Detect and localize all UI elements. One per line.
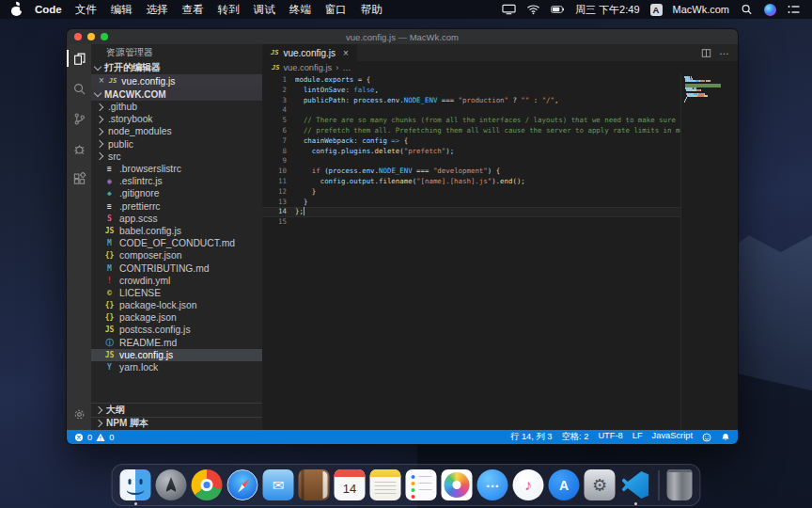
dock-messages[interactable]: … — [477, 469, 508, 500]
code-line-6[interactable]: 6 // prefetch them all. Prefetching them… — [262, 126, 738, 136]
sidebar-section-NPM 脚本[interactable]: NPM 脚本 — [91, 417, 262, 431]
dock-reminders[interactable] — [406, 469, 437, 500]
dock-vscode[interactable] — [620, 469, 651, 500]
dock-contacts[interactable] — [299, 469, 330, 500]
file-row-README.md[interactable]: ⓘREADME.md — [91, 337, 262, 349]
code-line-7[interactable]: 7 chainWebpack: config => { — [262, 136, 738, 147]
file-row-LICENSE[interactable]: ©LICENSE — [91, 287, 262, 299]
code-line-9[interactable]: 9 — [262, 156, 738, 167]
menubar-menu-查看[interactable]: 查看 — [182, 3, 204, 17]
tab-vue-config-js[interactable]: JS vue.config.js × — [262, 44, 357, 61]
menubar-menu-调试[interactable]: 调试 — [254, 3, 275, 17]
siri-icon[interactable] — [764, 4, 776, 16]
dock-appstore[interactable]: A — [549, 469, 580, 500]
code-editor[interactable]: 1module.exports = {2 lintOnSave: false,3… — [262, 73, 738, 430]
settings-gear-icon[interactable] — [67, 405, 91, 422]
notification-center-icon[interactable] — [787, 4, 801, 15]
close-tab-icon[interactable]: × — [343, 48, 349, 58]
breadcrumb[interactable]: JS vue.config.js › … — [262, 61, 738, 73]
code-line-12[interactable]: 12 } — [262, 187, 738, 198]
explorer-icon[interactable] — [67, 50, 91, 67]
folder-row-node_modules[interactable]: node_modules — [91, 125, 262, 137]
input-method-icon[interactable]: A — [650, 4, 663, 16]
code-line-14[interactable]: 14}; — [262, 207, 738, 217]
wifi-icon[interactable] — [526, 4, 540, 15]
file-row-postcss.config.js[interactable]: JSpostcss.config.js — [91, 324, 262, 336]
feedback-smiley-icon[interactable] — [702, 433, 711, 442]
search-icon[interactable] — [67, 80, 91, 97]
file-row-babel.config.js[interactable]: JSbabel.config.js — [91, 225, 262, 237]
dock-trash[interactable] — [667, 469, 693, 500]
display-icon[interactable] — [502, 4, 516, 15]
open-editors-header[interactable]: 打开的编辑器 — [91, 61, 262, 74]
file-row-composer.json[interactable]: {}composer.json — [91, 249, 262, 262]
menubar-menu-帮助[interactable]: 帮助 — [361, 3, 383, 17]
code-line-10[interactable]: 10 if (process.env.NODE_ENV === "develop… — [262, 167, 738, 177]
file-row-CODE_OF_CONDUCT.md[interactable]: MCODE_OF_CONDUCT.md — [91, 237, 262, 249]
menubar-menu-选择[interactable]: 选择 — [147, 3, 168, 17]
file-row-app.scss[interactable]: Sapp.scss — [91, 213, 262, 225]
file-row-.gitignore[interactable]: ◆.gitignore — [91, 187, 262, 199]
code-line-13[interactable]: 13 } — [262, 198, 738, 208]
close-icon[interactable]: × — [99, 76, 104, 86]
code-line-15[interactable]: 15 — [262, 217, 738, 228]
file-row-yarn.lock[interactable]: Yyarn.lock — [91, 361, 262, 373]
menubar-menu-窗口[interactable]: 窗口 — [325, 3, 347, 17]
split-editor-icon[interactable] — [701, 48, 711, 58]
status-item[interactable]: 行 14, 列 3 — [510, 431, 552, 443]
file-row-package-lock.json[interactable]: {}package-lock.json — [91, 299, 262, 311]
breadcrumb-item[interactable]: vue.config.js — [283, 63, 332, 72]
status-item[interactable]: LF — [632, 431, 643, 443]
status-item[interactable]: 空格: 2 — [561, 431, 588, 443]
notifications-bell-icon[interactable] — [721, 433, 730, 442]
battery-icon[interactable] — [551, 4, 565, 15]
dock-launchpad[interactable] — [156, 469, 187, 500]
code-line-2[interactable]: 2 lintOnSave: false, — [262, 86, 738, 96]
dock-finder[interactable] — [120, 469, 151, 500]
file-row-.browserslistrc[interactable]: ≡.browserslistrc — [91, 163, 262, 175]
open-editor-item[interactable]: × JS vue.config.js — [91, 74, 262, 87]
minimap[interactable] — [680, 73, 738, 430]
code-line-5[interactable]: 5 // There are so many chunks (from all … — [262, 116, 738, 126]
code-line-3[interactable]: 3 publicPath: process.env.NODE_ENV === "… — [262, 96, 738, 106]
dock-safari[interactable] — [227, 469, 258, 500]
menubar-menu-文件[interactable]: 文件 — [75, 3, 97, 17]
extensions-icon[interactable] — [67, 170, 91, 187]
menubar-app-name[interactable]: Code — [35, 4, 62, 15]
code-line-4[interactable]: 4 — [262, 105, 738, 116]
file-row-.prettierrc[interactable]: ≡.prettierrc — [91, 200, 262, 213]
folder-row-.github[interactable]: .github — [91, 101, 262, 113]
dock-photos[interactable] — [442, 469, 473, 500]
menubar-menu-编辑[interactable]: 编辑 — [111, 3, 133, 17]
status-item[interactable]: UTF-8 — [598, 431, 622, 443]
dock-mail[interactable]: ✉ — [263, 469, 294, 500]
search-icon[interactable] — [740, 4, 754, 15]
dock-settings[interactable]: ⚙ — [585, 469, 616, 500]
dock-notes[interactable] — [370, 469, 401, 500]
menubar-clock[interactable]: 周三 下午2:49 — [575, 3, 639, 17]
breadcrumb-item[interactable]: … — [342, 63, 351, 72]
status-item[interactable]: JavaScript — [652, 431, 693, 443]
problems-indicator[interactable]: 0 0 — [74, 433, 114, 442]
code-line-11[interactable]: 11 config.output.filename("[name].[hash]… — [262, 177, 738, 187]
folder-row-public[interactable]: public — [91, 138, 262, 151]
file-row-.eslintrc.js[interactable]: ◉.eslintrc.js — [91, 175, 262, 187]
folder-row-src[interactable]: src — [91, 151, 262, 163]
project-root-header[interactable]: MACWK.COM — [91, 87, 262, 101]
window-title-bar[interactable]: vue.config.js — MacWk.com — [67, 29, 738, 44]
debug-icon[interactable] — [67, 140, 91, 157]
dock-itunes[interactable]: ♪ — [513, 469, 544, 500]
code-line-1[interactable]: 1module.exports = { — [262, 75, 738, 86]
file-row-vue.config.js[interactable]: JSvue.config.js — [91, 349, 262, 361]
dock-chrome[interactable] — [192, 469, 223, 500]
folder-row-.storybook[interactable]: .storybook — [91, 113, 262, 125]
sidebar-section-大纲[interactable]: 大纲 — [91, 403, 262, 417]
menubar-menu-终端[interactable]: 终端 — [289, 3, 311, 17]
menubar-menu-转到[interactable]: 转到 — [218, 3, 240, 17]
apple-menu-icon[interactable] — [11, 4, 22, 16]
menubar-custom-text[interactable]: MacWk.com — [673, 4, 730, 15]
source-control-icon[interactable] — [67, 110, 91, 127]
code-line-8[interactable]: 8 config.plugins.delete("prefetch"); — [262, 147, 738, 157]
dock-calendar[interactable]: 14 — [335, 469, 366, 500]
file-row-package.json[interactable]: {}package.json — [91, 311, 262, 324]
